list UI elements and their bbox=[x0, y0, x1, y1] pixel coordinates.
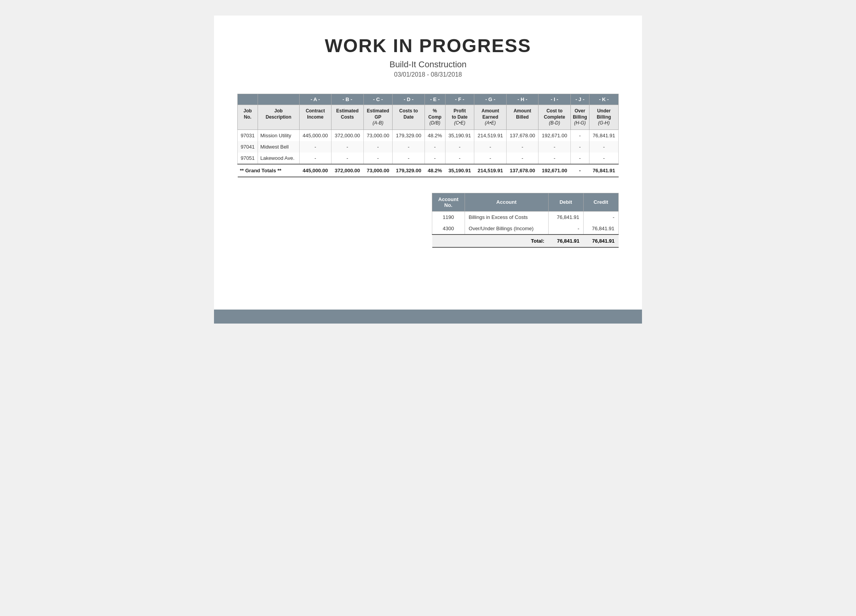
account-debit: - bbox=[548, 223, 583, 234]
account-name: Over/Under Billings (Income) bbox=[465, 223, 548, 234]
account-credit: - bbox=[583, 211, 618, 223]
estimated-gp: - bbox=[363, 152, 393, 164]
cost-to-complete: - bbox=[539, 152, 570, 164]
under-billing: - bbox=[589, 141, 619, 152]
job-description: Lakewood Ave. bbox=[258, 152, 299, 164]
report-header: WORK IN PROGRESS Build-It Construction 0… bbox=[237, 35, 619, 78]
report-date: 03/01/2018 - 08/31/2018 bbox=[237, 71, 619, 78]
pct-comp: - bbox=[424, 152, 445, 164]
table-row: 97041 Midwest Bell - - - - - - - - - - - bbox=[238, 141, 619, 152]
cost-to-complete: 192,671.00 bbox=[539, 130, 570, 141]
costs-to-date: 179,329.00 bbox=[393, 130, 424, 141]
col-amount-earned: AmountEarned(A•E) bbox=[474, 105, 506, 130]
col-pct-comp: %Comp(D/B) bbox=[424, 105, 445, 130]
col-k: - K - bbox=[589, 94, 619, 105]
table-row: 97031 Mission Utility 445,000.00 372,000… bbox=[238, 130, 619, 141]
over-billing: - bbox=[570, 152, 589, 164]
profit-to-date: 35,190.91 bbox=[445, 130, 474, 141]
profit-to-date: - bbox=[445, 141, 474, 152]
totals-estimated-gp: 73,000.00 bbox=[363, 164, 393, 177]
col-f: - F - bbox=[445, 94, 474, 105]
col-profit-to-date: Profitto Date(C•E) bbox=[445, 105, 474, 130]
estimated-costs: - bbox=[332, 152, 363, 164]
col-under-billing: UnderBilling(G-H) bbox=[589, 105, 619, 130]
col-cost-to-complete: Cost toComplete(B-D) bbox=[539, 105, 570, 130]
account-totals-label: Total: bbox=[432, 234, 549, 247]
account-table: AccountNo. Account Debit Credit 1190 Bil… bbox=[432, 193, 619, 248]
account-section: AccountNo. Account Debit Credit 1190 Bil… bbox=[237, 193, 619, 248]
col-estimated-gp: EstimatedGP(A-B) bbox=[363, 105, 393, 130]
totals-estimated-costs: 372,000.00 bbox=[332, 164, 363, 177]
amount-billed: - bbox=[506, 152, 538, 164]
costs-to-date: - bbox=[393, 141, 424, 152]
pct-comp: 48.2% bbox=[424, 130, 445, 141]
contract-income: - bbox=[299, 141, 331, 152]
col-job-desc: JobDescription bbox=[258, 105, 299, 130]
amount-earned: - bbox=[474, 152, 506, 164]
col-i: - I - bbox=[539, 94, 570, 105]
account-credit: 76,841.91 bbox=[583, 223, 618, 234]
contract-income: - bbox=[299, 152, 331, 164]
letter-header-row: - A - - B - - C - - D - - E - - F - - G … bbox=[238, 94, 619, 105]
totals-contract-income: 445,000.00 bbox=[299, 164, 331, 177]
account-row: 1190 Billings in Excess of Costs 76,841.… bbox=[432, 211, 619, 223]
totals-pct-comp: 48.2% bbox=[424, 164, 445, 177]
job-no: 97041 bbox=[238, 141, 258, 152]
page-container: WORK IN PROGRESS Build-It Construction 0… bbox=[214, 16, 642, 324]
estimated-gp: - bbox=[363, 141, 393, 152]
amount-billed: 137,678.00 bbox=[506, 130, 538, 141]
col-account: Account bbox=[465, 193, 548, 211]
cost-to-complete: - bbox=[539, 141, 570, 152]
under-billing: 76,841.91 bbox=[589, 130, 619, 141]
totals-over-billing: - bbox=[570, 164, 589, 177]
col-contract-income: ContractIncome bbox=[299, 105, 331, 130]
col-b: - B - bbox=[332, 94, 363, 105]
footer-bar bbox=[214, 310, 642, 324]
col-debit: Debit bbox=[548, 193, 583, 211]
amount-earned: 214,519.91 bbox=[474, 130, 506, 141]
job-no: 97051 bbox=[238, 152, 258, 164]
under-billing: - bbox=[589, 152, 619, 164]
job-description: Midwest Bell bbox=[258, 141, 299, 152]
pct-comp: - bbox=[424, 141, 445, 152]
totals-profit-to-date: 35,190.91 bbox=[445, 164, 474, 177]
estimated-gp: 73,000.00 bbox=[363, 130, 393, 141]
totals-label: ** Grand Totals ** bbox=[238, 164, 300, 177]
totals-costs-to-date: 179,329.00 bbox=[393, 164, 424, 177]
blank-col-1 bbox=[238, 94, 258, 105]
totals-cost-to-complete: 192,671.00 bbox=[539, 164, 570, 177]
account-total-credit: 76,841.91 bbox=[583, 234, 618, 247]
col-costs-to-date: Costs toDate bbox=[393, 105, 424, 130]
col-job-no: JobNo. bbox=[238, 105, 258, 130]
col-credit: Credit bbox=[583, 193, 618, 211]
account-row: 4300 Over/Under Billings (Income) - 76,8… bbox=[432, 223, 619, 234]
col-h: - H - bbox=[506, 94, 538, 105]
col-d: - D - bbox=[393, 94, 424, 105]
account-total-debit: 76,841.91 bbox=[548, 234, 583, 247]
over-billing: - bbox=[570, 130, 589, 141]
col-e: - E - bbox=[424, 94, 445, 105]
col-estimated-costs: EstimatedCosts bbox=[332, 105, 363, 130]
estimated-costs: 372,000.00 bbox=[332, 130, 363, 141]
contract-income: 445,000.00 bbox=[299, 130, 331, 141]
job-description: Mission Utility bbox=[258, 130, 299, 141]
account-no: 1190 bbox=[432, 211, 465, 223]
totals-amount-billed: 137,678.00 bbox=[506, 164, 538, 177]
table-row: 97051 Lakewood Ave. - - - - - - - - - - … bbox=[238, 152, 619, 164]
account-table-body: 1190 Billings in Excess of Costs 76,841.… bbox=[432, 211, 619, 234]
col-a: - A - bbox=[299, 94, 331, 105]
col-account-no: AccountNo. bbox=[432, 193, 465, 211]
col-g: - G - bbox=[474, 94, 506, 105]
job-no: 97031 bbox=[238, 130, 258, 141]
col-amount-billed: AmountBilled bbox=[506, 105, 538, 130]
account-name: Billings in Excess of Costs bbox=[465, 211, 548, 223]
account-header-row: AccountNo. Account Debit Credit bbox=[432, 193, 619, 211]
account-no: 4300 bbox=[432, 223, 465, 234]
amount-earned: - bbox=[474, 141, 506, 152]
costs-to-date: - bbox=[393, 152, 424, 164]
totals-under-billing: 76,841.91 bbox=[589, 164, 619, 177]
amount-billed: - bbox=[506, 141, 538, 152]
blank-col-2 bbox=[258, 94, 299, 105]
totals-amount-earned: 214,519.91 bbox=[474, 164, 506, 177]
totals-row: ** Grand Totals ** 445,000.00 372,000.00… bbox=[238, 164, 619, 177]
